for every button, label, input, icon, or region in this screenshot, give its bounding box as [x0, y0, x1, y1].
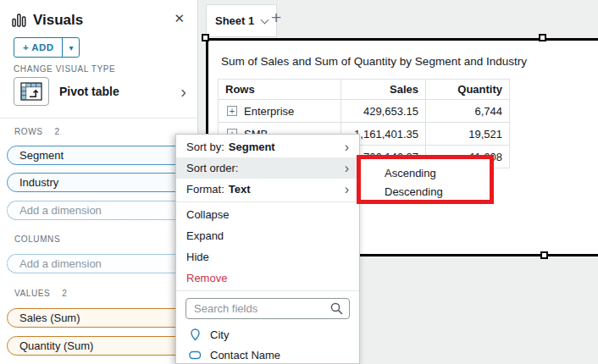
- location-pin-icon: [189, 328, 202, 341]
- add-visual-caret-down-icon[interactable]: ▾: [62, 38, 79, 57]
- menu-item-format[interactable]: Format:Text ›: [176, 179, 359, 200]
- pivot-header-sales[interactable]: Sales: [341, 80, 426, 100]
- rows-count: 2: [55, 127, 60, 136]
- visual-type-name: Pivot table: [59, 85, 119, 98]
- change-visual-type-label: CHANGE VISUAL TYPE: [14, 64, 115, 74]
- table-cell-sales[interactable]: 429,653.15: [341, 100, 426, 123]
- pivot-header-quantity[interactable]: Quantity: [426, 80, 510, 100]
- add-visual-button[interactable]: + ADD ▾: [14, 37, 80, 58]
- menu-item-hide[interactable]: Hide: [176, 246, 359, 267]
- field-well-pill-segment[interactable]: Segment: [7, 146, 192, 165]
- menu-divider: [176, 290, 359, 291]
- field-well-pill-industry[interactable]: Industry: [7, 173, 192, 192]
- menu-item-sort-by[interactable]: Sort by:Segment ›: [176, 136, 359, 157]
- sheet-tab[interactable]: Sheet 1: [206, 4, 277, 37]
- search-fields-input[interactable]: [185, 298, 350, 319]
- menu-item-expand[interactable]: Expand: [176, 225, 359, 246]
- visual-type-row[interactable]: Pivot table ›: [14, 76, 188, 107]
- menu-item-collapse[interactable]: Collapse: [176, 204, 359, 225]
- values-section-label: VALUES2: [14, 289, 68, 298]
- selection-handle-top-left[interactable]: [202, 34, 209, 41]
- rows-add-dimension-dropzone[interactable]: Add a dimension: [7, 201, 192, 220]
- panel-divider: [0, 118, 198, 119]
- selection-handle-top-center[interactable]: [539, 34, 546, 41]
- menu-item-sort-order[interactable]: Sort order: ›: [176, 157, 359, 179]
- close-icon[interactable]: ✕: [174, 11, 185, 26]
- chevron-right-icon: ›: [345, 141, 349, 154]
- table-cell-quantity[interactable]: 6,744: [426, 100, 510, 123]
- sheet-tab-label: Sheet 1: [215, 14, 254, 27]
- field-well-pill-quantity-sum[interactable]: Quantity (Sum): [7, 336, 192, 356]
- bar-chart-icon: [12, 14, 26, 27]
- submenu-item-ascending[interactable]: Ascending: [385, 163, 490, 182]
- expand-icon[interactable]: +: [227, 106, 237, 116]
- field-well-pill-sales-sum[interactable]: Sales (Sum): [7, 308, 192, 328]
- panel-title: Visuals: [33, 12, 83, 29]
- add-sheet-button[interactable]: +: [271, 8, 281, 26]
- columns-section-label: COLUMNS: [14, 234, 60, 244]
- submenu-item-descending[interactable]: Descending: [385, 182, 490, 201]
- columns-add-dimension-dropzone[interactable]: Add a dimension: [7, 254, 192, 273]
- visuals-panel: Visuals ✕ + ADD ▾ CHANGE VISUAL TYPE: [0, 0, 198, 364]
- selection-handle-bottom-center[interactable]: [540, 251, 548, 259]
- pivot-table-icon[interactable]: [14, 77, 49, 106]
- pivot-header-rows[interactable]: Rows: [219, 80, 341, 100]
- field-list-item-city[interactable]: City: [176, 324, 359, 345]
- values-count: 2: [62, 289, 67, 298]
- rows-section-label: ROWS2: [14, 127, 60, 136]
- chevron-right-icon: ›: [345, 162, 349, 175]
- add-visual-label[interactable]: + ADD: [14, 38, 62, 57]
- sheet-tab-chevron-down-icon[interactable]: [261, 15, 269, 24]
- field-list-item-contact-name[interactable]: Contact Name: [176, 345, 359, 364]
- menu-divider: [176, 201, 359, 202]
- table-row-label[interactable]: + Enterprise: [219, 100, 341, 123]
- visual-type-chevron-right-icon[interactable]: ›: [180, 83, 186, 100]
- dimension-icon: [189, 350, 202, 360]
- visual-title: Sum of Sales and Sum of Quantity by Segm…: [221, 55, 527, 68]
- chevron-right-icon: ›: [345, 183, 349, 196]
- search-icon: [329, 301, 344, 316]
- sort-order-submenu-annotated: Ascending Descending: [357, 155, 494, 204]
- field-context-menu: Sort by:Segment › Sort order: › Format:T…: [175, 134, 360, 364]
- menu-item-remove[interactable]: Remove: [176, 267, 359, 289]
- table-cell-quantity[interactable]: 19,521: [426, 123, 510, 146]
- visuals-panel-header: Visuals ✕: [12, 10, 186, 30]
- quicksight-editor: Sheet 1 + Sum of Sales and Sum of Quanti…: [0, 0, 598, 364]
- search-fields-box: [185, 298, 350, 319]
